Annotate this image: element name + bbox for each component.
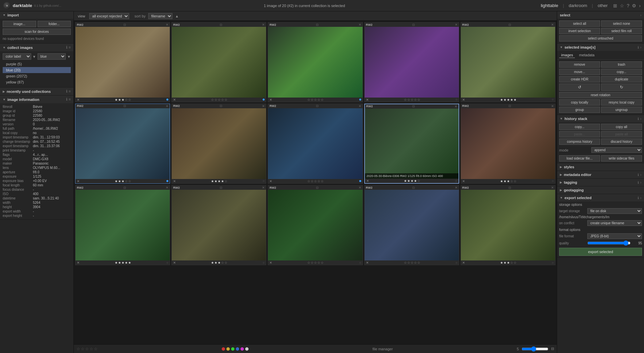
rating-star-2[interactable]: ☆ bbox=[81, 347, 85, 351]
export-info-icon[interactable]: ℹ bbox=[638, 196, 639, 200]
color-value-select[interactable]: blue bbox=[38, 53, 66, 60]
star-3-3[interactable]: ☆ bbox=[317, 98, 320, 102]
photo-close-icon-11[interactable]: ✕ bbox=[166, 186, 168, 189]
invert-selection-button[interactable]: invert selection bbox=[559, 28, 600, 34]
copy-all-button[interactable]: copy all bbox=[601, 124, 642, 130]
selected-info-icon[interactable]: ℹ bbox=[638, 46, 639, 49]
create-hdr-button[interactable]: create HDR bbox=[559, 76, 600, 82]
star-11-0[interactable]: ★ bbox=[115, 261, 118, 264]
photo-cell-4[interactable]: RW2⊡✕✕☆☆☆☆☆ bbox=[364, 22, 459, 102]
photo-reject-icon-1[interactable]: ✕ bbox=[77, 98, 79, 102]
photo-reject-icon-10[interactable]: ✕ bbox=[462, 179, 465, 183]
photo-cell-6[interactable]: RW2⊡✕✕★★★☆☆ bbox=[75, 104, 170, 184]
import-section-header[interactable]: ▼ import bbox=[0, 11, 73, 19]
collect-info-icon[interactable]: ℹ bbox=[66, 45, 67, 50]
star-5-0[interactable]: ★ bbox=[500, 98, 503, 102]
star-15-3[interactable]: ☆ bbox=[510, 261, 513, 264]
photo-cell-12[interactable]: RW2⊡✕✕★★★☆☆ bbox=[171, 185, 266, 265]
star-3-4[interactable]: ☆ bbox=[321, 98, 324, 102]
photo-cell-11[interactable]: RW2⊡✕✕★★★★★ bbox=[75, 185, 170, 265]
star-5-2[interactable]: ★ bbox=[507, 98, 510, 102]
star-11-3[interactable]: ★ bbox=[125, 261, 128, 264]
rating-star-4[interactable]: ☆ bbox=[90, 347, 93, 351]
image-import-button[interactable]: image... bbox=[3, 21, 36, 27]
photo-close-icon-9[interactable]: ✕ bbox=[454, 105, 457, 108]
star-6-0[interactable]: ★ bbox=[115, 179, 118, 183]
photo-close-icon-14[interactable]: ✕ bbox=[455, 186, 458, 189]
ungroup-button[interactable]: ungroup bbox=[601, 107, 642, 113]
star-2-2[interactable]: ☆ bbox=[218, 98, 221, 102]
star-10-2[interactable]: ★ bbox=[507, 179, 510, 183]
tagging-info-icon[interactable]: ℹ bbox=[638, 181, 639, 184]
star-8-0[interactable]: ☆ bbox=[307, 179, 310, 183]
star-9-1[interactable]: ★ bbox=[407, 179, 410, 183]
remove-button[interactable]: remove bbox=[559, 61, 600, 68]
star-icon[interactable]: ☆ bbox=[620, 3, 624, 8]
color-item-purple[interactable]: purple (5) bbox=[3, 61, 71, 67]
star-6-4[interactable]: ☆ bbox=[128, 179, 131, 183]
color-item-yellow[interactable]: yellow (87) bbox=[3, 79, 71, 85]
geotagging-header[interactable]: ▶ geotagging bbox=[557, 186, 644, 194]
star-15-4[interactable]: ☆ bbox=[514, 261, 517, 264]
star-3-0[interactable]: ☆ bbox=[307, 98, 310, 102]
star-9-3[interactable]: ★ bbox=[414, 179, 417, 183]
sort-select[interactable]: filename bbox=[148, 13, 172, 19]
photo-reject-icon-13[interactable]: ✕ bbox=[269, 261, 272, 264]
star-4-2[interactable]: ☆ bbox=[411, 98, 414, 102]
photo-cell-1[interactable]: RW2⊡✕✕★★★☆☆ bbox=[75, 22, 170, 102]
star-9-0[interactable]: ★ bbox=[404, 179, 407, 183]
star-11-1[interactable]: ★ bbox=[118, 261, 121, 264]
bottom-nav-icon[interactable]: ⊟ bbox=[551, 347, 554, 351]
photo-reject-icon-11[interactable]: ✕ bbox=[77, 261, 79, 264]
rotate-left-icon[interactable]: ↺ bbox=[559, 83, 600, 91]
compress-history-button[interactable]: compress history bbox=[559, 138, 600, 145]
star-10-0[interactable]: ★ bbox=[500, 179, 503, 183]
photo-close-icon-7[interactable]: ✕ bbox=[262, 104, 265, 108]
photo-cell-15[interactable]: RW2⊡✕✕★★★☆☆ bbox=[461, 185, 555, 265]
star-7-2[interactable]: ★ bbox=[218, 179, 221, 183]
group-button[interactable]: group bbox=[559, 107, 600, 113]
settings-icon[interactable]: ⚙ bbox=[632, 3, 636, 8]
target-storage-select[interactable]: file on disk bbox=[587, 208, 642, 214]
resync-local-copy-button[interactable]: resync local copy bbox=[601, 99, 642, 106]
collect-section-header[interactable]: ▼ collect images ℹ ≡ bbox=[0, 44, 73, 51]
star-6-3[interactable]: ☆ bbox=[125, 179, 128, 183]
star-10-4[interactable]: ☆ bbox=[514, 179, 517, 183]
copy-button[interactable]: copy... bbox=[601, 69, 642, 75]
star-13-2[interactable]: ☆ bbox=[314, 261, 317, 264]
image-info-header[interactable]: ▼ image information ℹ ≡ bbox=[0, 96, 73, 103]
color-label-select[interactable]: color label bbox=[3, 53, 31, 60]
photo-reject-icon-5[interactable]: ✕ bbox=[462, 98, 465, 102]
rating-star-3[interactable]: ☆ bbox=[85, 347, 89, 351]
star-15-1[interactable]: ★ bbox=[503, 261, 506, 264]
tab-metadata[interactable]: metadata bbox=[577, 52, 596, 58]
star-7-1[interactable]: ★ bbox=[214, 179, 217, 183]
photo-reject-icon-7[interactable]: ✕ bbox=[173, 179, 176, 183]
photo-cell-7[interactable]: RW2⊡✕✕★★★★☆ bbox=[171, 104, 266, 184]
toolbar-view-btn[interactable]: view bbox=[76, 13, 87, 19]
star-3-2[interactable]: ☆ bbox=[314, 98, 317, 102]
star-13-1[interactable]: ☆ bbox=[311, 261, 314, 264]
photo-reject-icon-15[interactable]: ✕ bbox=[462, 261, 465, 264]
recently-used-header[interactable]: ▶ recently used collections ℹ ≡ bbox=[0, 87, 73, 95]
star-13-3[interactable]: ☆ bbox=[317, 261, 320, 264]
metadata-editor-header[interactable]: ▶ metadata editor ℹ › bbox=[557, 171, 644, 178]
star-4-4[interactable]: ☆ bbox=[417, 98, 420, 102]
folder-import-button[interactable]: folder... bbox=[38, 21, 71, 27]
select-section-header[interactable]: select › bbox=[557, 11, 644, 19]
photo-reject-icon-6[interactable]: ✕ bbox=[77, 179, 79, 183]
star-1-0[interactable]: ★ bbox=[115, 98, 118, 102]
move-button[interactable]: move... bbox=[559, 69, 600, 75]
star-13-4[interactable]: ☆ bbox=[321, 261, 324, 264]
star-7-4[interactable]: ☆ bbox=[224, 179, 227, 183]
copy-locally-button[interactable]: copy locally bbox=[559, 99, 600, 106]
select-none-button[interactable]: select none bbox=[601, 20, 642, 27]
recently-used-info-icon[interactable]: ℹ bbox=[66, 89, 67, 94]
star-14-4[interactable]: ☆ bbox=[417, 261, 420, 264]
star-11-2[interactable]: ★ bbox=[121, 261, 124, 264]
star-4-3[interactable]: ☆ bbox=[414, 98, 417, 102]
color-item-blue[interactable]: blue (20) bbox=[3, 67, 71, 73]
select-film-roll-button[interactable]: select film roll bbox=[601, 28, 642, 34]
star-3-1[interactable]: ☆ bbox=[311, 98, 314, 102]
star-15-2[interactable]: ★ bbox=[507, 261, 510, 264]
